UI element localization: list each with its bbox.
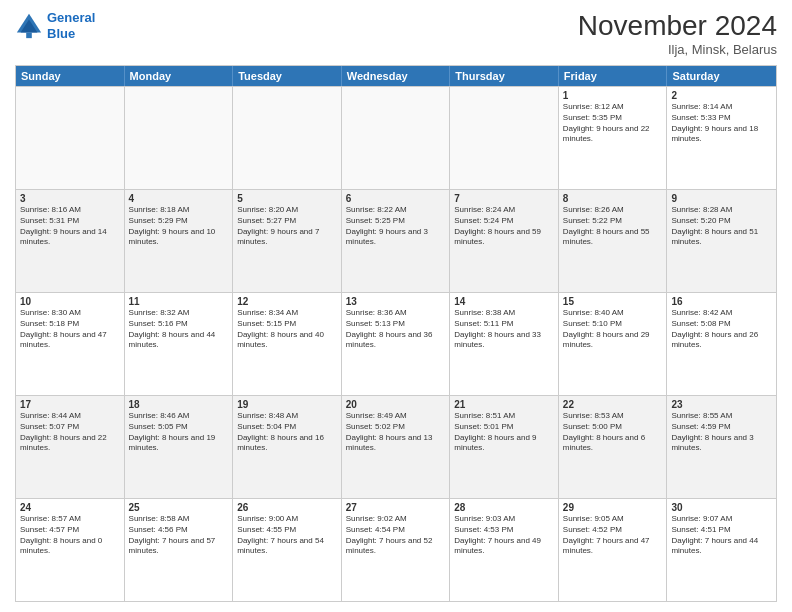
day-number: 6	[346, 193, 446, 204]
day-number: 18	[129, 399, 229, 410]
day-number: 11	[129, 296, 229, 307]
cell-info: Sunrise: 8:55 AMSunset: 4:59 PMDaylight:…	[671, 411, 772, 454]
header-monday: Monday	[125, 66, 234, 86]
calendar-cell-3-6: 23 Sunrise: 8:55 AMSunset: 4:59 PMDaylig…	[667, 396, 776, 498]
calendar-cell-4-4: 28 Sunrise: 9:03 AMSunset: 4:53 PMDaylig…	[450, 499, 559, 601]
calendar-week-1: 1 Sunrise: 8:12 AMSunset: 5:35 PMDayligh…	[16, 86, 776, 189]
calendar-cell-1-3: 6 Sunrise: 8:22 AMSunset: 5:25 PMDayligh…	[342, 190, 451, 292]
title-section: November 2024 Ilja, Minsk, Belarus	[578, 10, 777, 57]
cell-info: Sunrise: 8:42 AMSunset: 5:08 PMDaylight:…	[671, 308, 772, 351]
logo-text: General Blue	[47, 10, 95, 41]
calendar-cell-3-0: 17 Sunrise: 8:44 AMSunset: 5:07 PMDaylig…	[16, 396, 125, 498]
cell-info: Sunrise: 9:05 AMSunset: 4:52 PMDaylight:…	[563, 514, 663, 557]
cell-info: Sunrise: 8:32 AMSunset: 5:16 PMDaylight:…	[129, 308, 229, 351]
day-number: 20	[346, 399, 446, 410]
calendar-cell-0-2	[233, 87, 342, 189]
header-friday: Friday	[559, 66, 668, 86]
cell-info: Sunrise: 8:30 AMSunset: 5:18 PMDaylight:…	[20, 308, 120, 351]
calendar-cell-2-2: 12 Sunrise: 8:34 AMSunset: 5:15 PMDaylig…	[233, 293, 342, 395]
calendar-cell-0-5: 1 Sunrise: 8:12 AMSunset: 5:35 PMDayligh…	[559, 87, 668, 189]
cell-info: Sunrise: 9:07 AMSunset: 4:51 PMDaylight:…	[671, 514, 772, 557]
cell-info: Sunrise: 8:36 AMSunset: 5:13 PMDaylight:…	[346, 308, 446, 351]
logo-icon	[15, 12, 43, 40]
cell-info: Sunrise: 8:38 AMSunset: 5:11 PMDaylight:…	[454, 308, 554, 351]
day-number: 1	[563, 90, 663, 101]
cell-info: Sunrise: 8:58 AMSunset: 4:56 PMDaylight:…	[129, 514, 229, 557]
cell-info: Sunrise: 9:02 AMSunset: 4:54 PMDaylight:…	[346, 514, 446, 557]
cell-info: Sunrise: 8:26 AMSunset: 5:22 PMDaylight:…	[563, 205, 663, 248]
cell-info: Sunrise: 8:49 AMSunset: 5:02 PMDaylight:…	[346, 411, 446, 454]
cell-info: Sunrise: 8:20 AMSunset: 5:27 PMDaylight:…	[237, 205, 337, 248]
page: General Blue November 2024 Ilja, Minsk, …	[0, 0, 792, 612]
calendar-cell-2-1: 11 Sunrise: 8:32 AMSunset: 5:16 PMDaylig…	[125, 293, 234, 395]
calendar-week-2: 3 Sunrise: 8:16 AMSunset: 5:31 PMDayligh…	[16, 189, 776, 292]
day-number: 23	[671, 399, 772, 410]
day-number: 12	[237, 296, 337, 307]
svg-rect-2	[26, 32, 32, 38]
calendar-cell-0-0	[16, 87, 125, 189]
calendar-week-3: 10 Sunrise: 8:30 AMSunset: 5:18 PMDaylig…	[16, 292, 776, 395]
calendar-cell-4-3: 27 Sunrise: 9:02 AMSunset: 4:54 PMDaylig…	[342, 499, 451, 601]
day-number: 13	[346, 296, 446, 307]
calendar-cell-0-1	[125, 87, 234, 189]
calendar-cell-1-5: 8 Sunrise: 8:26 AMSunset: 5:22 PMDayligh…	[559, 190, 668, 292]
day-number: 2	[671, 90, 772, 101]
calendar-cell-1-2: 5 Sunrise: 8:20 AMSunset: 5:27 PMDayligh…	[233, 190, 342, 292]
day-number: 25	[129, 502, 229, 513]
cell-info: Sunrise: 8:14 AMSunset: 5:33 PMDaylight:…	[671, 102, 772, 145]
day-number: 27	[346, 502, 446, 513]
calendar-cell-4-2: 26 Sunrise: 9:00 AMSunset: 4:55 PMDaylig…	[233, 499, 342, 601]
cell-info: Sunrise: 8:28 AMSunset: 5:20 PMDaylight:…	[671, 205, 772, 248]
header-tuesday: Tuesday	[233, 66, 342, 86]
cell-info: Sunrise: 8:40 AMSunset: 5:10 PMDaylight:…	[563, 308, 663, 351]
calendar-cell-4-1: 25 Sunrise: 8:58 AMSunset: 4:56 PMDaylig…	[125, 499, 234, 601]
calendar-cell-1-0: 3 Sunrise: 8:16 AMSunset: 5:31 PMDayligh…	[16, 190, 125, 292]
calendar: Sunday Monday Tuesday Wednesday Thursday…	[15, 65, 777, 602]
day-number: 22	[563, 399, 663, 410]
calendar-cell-3-1: 18 Sunrise: 8:46 AMSunset: 5:05 PMDaylig…	[125, 396, 234, 498]
location: Ilja, Minsk, Belarus	[578, 42, 777, 57]
calendar-cell-0-3	[342, 87, 451, 189]
day-number: 16	[671, 296, 772, 307]
day-number: 29	[563, 502, 663, 513]
calendar-cell-2-5: 15 Sunrise: 8:40 AMSunset: 5:10 PMDaylig…	[559, 293, 668, 395]
cell-info: Sunrise: 8:46 AMSunset: 5:05 PMDaylight:…	[129, 411, 229, 454]
cell-info: Sunrise: 8:24 AMSunset: 5:24 PMDaylight:…	[454, 205, 554, 248]
cell-info: Sunrise: 8:18 AMSunset: 5:29 PMDaylight:…	[129, 205, 229, 248]
calendar-cell-4-5: 29 Sunrise: 9:05 AMSunset: 4:52 PMDaylig…	[559, 499, 668, 601]
calendar-cell-1-4: 7 Sunrise: 8:24 AMSunset: 5:24 PMDayligh…	[450, 190, 559, 292]
day-number: 26	[237, 502, 337, 513]
calendar-cell-2-0: 10 Sunrise: 8:30 AMSunset: 5:18 PMDaylig…	[16, 293, 125, 395]
day-number: 15	[563, 296, 663, 307]
day-number: 3	[20, 193, 120, 204]
day-number: 7	[454, 193, 554, 204]
cell-info: Sunrise: 8:51 AMSunset: 5:01 PMDaylight:…	[454, 411, 554, 454]
day-number: 5	[237, 193, 337, 204]
day-number: 9	[671, 193, 772, 204]
calendar-cell-3-2: 19 Sunrise: 8:48 AMSunset: 5:04 PMDaylig…	[233, 396, 342, 498]
cell-info: Sunrise: 8:12 AMSunset: 5:35 PMDaylight:…	[563, 102, 663, 145]
day-number: 28	[454, 502, 554, 513]
day-number: 10	[20, 296, 120, 307]
header-wednesday: Wednesday	[342, 66, 451, 86]
cell-info: Sunrise: 8:53 AMSunset: 5:00 PMDaylight:…	[563, 411, 663, 454]
calendar-cell-3-5: 22 Sunrise: 8:53 AMSunset: 5:00 PMDaylig…	[559, 396, 668, 498]
cell-info: Sunrise: 8:48 AMSunset: 5:04 PMDaylight:…	[237, 411, 337, 454]
cell-info: Sunrise: 8:34 AMSunset: 5:15 PMDaylight:…	[237, 308, 337, 351]
calendar-body: 1 Sunrise: 8:12 AMSunset: 5:35 PMDayligh…	[16, 86, 776, 601]
header-sunday: Sunday	[16, 66, 125, 86]
header: General Blue November 2024 Ilja, Minsk, …	[15, 10, 777, 57]
day-number: 30	[671, 502, 772, 513]
month-title: November 2024	[578, 10, 777, 42]
cell-info: Sunrise: 9:00 AMSunset: 4:55 PMDaylight:…	[237, 514, 337, 557]
day-number: 24	[20, 502, 120, 513]
calendar-week-5: 24 Sunrise: 8:57 AMSunset: 4:57 PMDaylig…	[16, 498, 776, 601]
header-saturday: Saturday	[667, 66, 776, 86]
calendar-cell-1-1: 4 Sunrise: 8:18 AMSunset: 5:29 PMDayligh…	[125, 190, 234, 292]
calendar-cell-2-6: 16 Sunrise: 8:42 AMSunset: 5:08 PMDaylig…	[667, 293, 776, 395]
calendar-cell-3-3: 20 Sunrise: 8:49 AMSunset: 5:02 PMDaylig…	[342, 396, 451, 498]
cell-info: Sunrise: 8:44 AMSunset: 5:07 PMDaylight:…	[20, 411, 120, 454]
cell-info: Sunrise: 8:22 AMSunset: 5:25 PMDaylight:…	[346, 205, 446, 248]
cell-info: Sunrise: 9:03 AMSunset: 4:53 PMDaylight:…	[454, 514, 554, 557]
calendar-cell-3-4: 21 Sunrise: 8:51 AMSunset: 5:01 PMDaylig…	[450, 396, 559, 498]
